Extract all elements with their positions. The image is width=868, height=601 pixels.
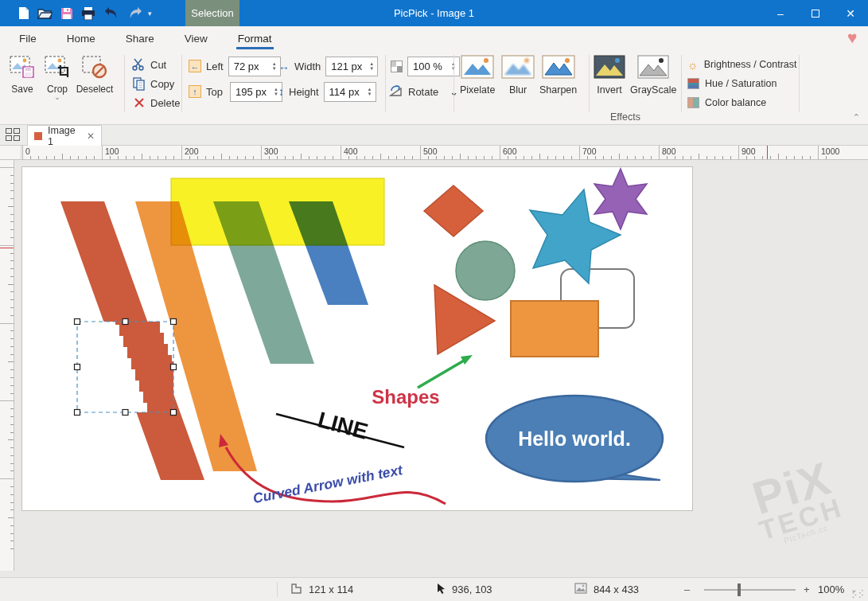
cursor-position-indicator: 936, 103 (436, 578, 492, 601)
color-balance-button[interactable]: Color balance (687, 94, 766, 111)
pixelate-button[interactable]: Pixelate (460, 55, 495, 96)
tab-grid-icon[interactable] (6, 128, 21, 142)
undo-icon[interactable] (103, 6, 119, 20)
h-ruler-cursor-marker (767, 146, 768, 159)
copy-icon (132, 77, 146, 91)
menu-share[interactable]: Share (124, 28, 156, 49)
opacity-icon (391, 60, 403, 72)
sharpen-button[interactable]: Sharpen (539, 55, 577, 96)
brightness-label: Brightness / Contrast (704, 59, 797, 70)
brightness-contrast-button[interactable]: ☼ Brightness / Contrast (687, 56, 796, 73)
zoom-slider-thumb[interactable] (738, 583, 741, 596)
workspace[interactable]: Shapes LINE Curved Arrow with text Hello… (0, 160, 868, 577)
menu-home[interactable]: Home (65, 28, 97, 49)
effects-group-label: Effects (610, 111, 640, 123)
tab-close-icon[interactable]: ✕ (87, 131, 95, 142)
image-canvas[interactable]: Shapes LINE Curved Arrow with text Hello… (22, 167, 692, 510)
width-label: Width (294, 60, 321, 72)
top-label: Top (206, 86, 223, 98)
collapse-ribbon-icon[interactable]: ⌃ (853, 112, 860, 123)
selection-size-value: 121 x 114 (309, 583, 353, 595)
image-size-value: 844 x 433 (594, 583, 639, 595)
color-balance-label: Color balance (705, 97, 766, 108)
rotate-button[interactable]: Rotate ⌄ (389, 83, 458, 100)
ribbon-separator (453, 55, 454, 112)
width-icon: ↔ (278, 60, 290, 72)
green-arrow (418, 361, 464, 388)
opacity-input[interactable]: 100 %▲▼ (407, 57, 460, 76)
copy-button[interactable]: Copy (132, 75, 174, 92)
selection-size-icon (290, 583, 302, 597)
ribbon-separator (589, 55, 590, 112)
save-icon[interactable] (60, 7, 73, 20)
blur-button[interactable]: Blur (501, 55, 535, 96)
close-button[interactable]: ✕ (833, 0, 868, 26)
invert-label: Invert (597, 84, 621, 96)
cut-label: Cut (150, 59, 166, 71)
deselect-button[interactable]: Deselect (72, 54, 118, 95)
deselect-label: Deselect (76, 84, 114, 95)
zoom-out-button[interactable]: – (684, 578, 690, 601)
horizontal-ruler[interactable]: 01002003004005006007008009001000 (0, 146, 868, 160)
open-file-icon[interactable] (37, 7, 53, 19)
rotate-icon (389, 84, 403, 100)
menu-format[interactable]: Format (236, 28, 274, 49)
width-spinner[interactable]: ▲▼ (366, 57, 377, 76)
ruler-corner (0, 146, 21, 160)
top-field-row: ↑ Top 195 px▲▼ (189, 83, 282, 100)
crop-dropdown-icon[interactable]: ⌄ (54, 95, 60, 100)
image-size-indicator: 844 x 433 (574, 578, 639, 601)
capture-mode-tab[interactable]: Selection (185, 0, 239, 26)
ribbon-separator (385, 55, 386, 112)
shapes-label: Shapes (372, 386, 439, 408)
color-balance-icon (687, 97, 699, 108)
curved-arrow-label: Curved Arrow with text (251, 462, 404, 506)
save-label: Save (11, 84, 33, 95)
invert-icon (594, 55, 625, 81)
sharpen-icon (542, 55, 575, 81)
vertical-ruler[interactable]: 0100200300400 (0, 160, 14, 571)
v-ruler-cursor-marker (0, 248, 14, 248)
height-spinner[interactable]: ▲▼ (364, 83, 376, 101)
resize-grip[interactable]: ⡢⡪ (851, 589, 865, 598)
hue-saturation-icon (687, 78, 699, 89)
hue-label: Hue / Saturation (705, 78, 777, 89)
invert-button[interactable]: Invert (594, 55, 625, 96)
speech-bubble-text: Hello world. (518, 427, 631, 450)
heart-icon[interactable]: ♥ (847, 29, 857, 47)
height-input[interactable]: 114 px▲▼ (324, 82, 376, 102)
maximize-button[interactable] (798, 0, 833, 26)
hue-saturation-button[interactable]: Hue / Saturation (687, 75, 777, 92)
menu-file[interactable]: File (18, 28, 38, 49)
maximize-icon (812, 10, 819, 18)
six-point-star-shape (594, 169, 647, 229)
pixelate-icon (461, 55, 494, 81)
top-input[interactable]: 195 px▲▼ (230, 82, 282, 102)
cursor-position-value: 936, 103 (452, 583, 492, 595)
zoom-in-button[interactable]: + (804, 578, 810, 601)
menu-view[interactable]: View (183, 28, 209, 49)
document-tab-bar: Image 1 ✕ (0, 125, 868, 146)
print-icon[interactable] (81, 7, 95, 20)
tab-color-square (34, 132, 42, 140)
qat-dropdown-icon[interactable]: ▾ (148, 10, 152, 18)
cursor-icon (436, 583, 446, 597)
delete-button[interactable]: Delete (132, 94, 181, 111)
cut-button[interactable]: Cut (132, 56, 166, 73)
left-input[interactable]: 72 px▲▼ (228, 57, 281, 76)
ribbon: Save Crop ⌄ Deselect Cut Copy Delete ← L… (0, 50, 868, 125)
minimize-button[interactable]: – (763, 0, 798, 26)
zoom-level-value: 100% (818, 583, 844, 595)
width-input[interactable]: 121 px▲▼ (325, 57, 378, 76)
tab-image-1[interactable]: Image 1 ✕ (27, 125, 102, 146)
rotate-label: Rotate (408, 86, 438, 98)
statusbar-separator (277, 582, 278, 597)
cut-icon (132, 58, 146, 72)
redo-icon[interactable] (127, 6, 143, 20)
grayscale-button[interactable]: GrayScale (630, 55, 676, 96)
zoom-slider-track[interactable] (704, 589, 796, 591)
new-file-icon[interactable] (18, 6, 29, 20)
diamond-shape (424, 185, 483, 236)
width-field-row: ↔ Width 121 px▲▼ (278, 57, 378, 75)
left-label: Left (206, 60, 224, 72)
